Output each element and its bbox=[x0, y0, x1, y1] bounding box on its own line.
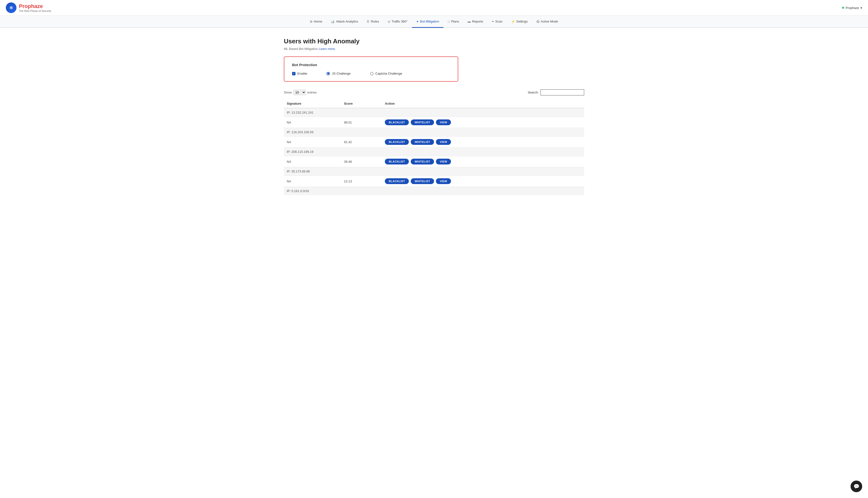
reports-icon: ▬ bbox=[468, 20, 471, 23]
logo-icon: ❄ bbox=[6, 2, 16, 13]
blacklist-button[interactable]: BLACKLIST bbox=[385, 119, 409, 125]
signature-cell: NA bbox=[284, 136, 341, 147]
signature-cell: NA bbox=[284, 176, 341, 187]
enable-label: Enable bbox=[298, 72, 307, 75]
js-challenge-label: JS Challenge bbox=[332, 72, 351, 75]
plans-icon: □ bbox=[448, 20, 449, 23]
logo-name: Prophaze bbox=[19, 3, 51, 10]
action-buttons: BLACKLIST WHITELIST VIEW bbox=[385, 139, 581, 145]
action-cell: BLACKLIST WHITELIST VIEW bbox=[382, 156, 584, 167]
active-mode-icon: ⏻ bbox=[537, 20, 539, 23]
nav-label-bot-mitigation: Bot Mitigation bbox=[420, 19, 439, 23]
brand-suffix: phaze bbox=[28, 3, 43, 9]
nav-item-home[interactable]: ⊞ Home bbox=[306, 16, 327, 28]
action-cell: BLACKLIST WHITELIST VIEW bbox=[382, 176, 584, 187]
attack-analytics-icon: 📊 bbox=[331, 20, 334, 23]
top-header: ❄ Prophaze The New Phase of Security Pro… bbox=[0, 0, 868, 16]
js-challenge-option[interactable]: JS Challenge bbox=[327, 72, 351, 75]
page-subtitle: ML Based Bot Mitigation Learn more. bbox=[284, 47, 584, 51]
score-cell: 99.01 bbox=[341, 117, 382, 128]
nav-label-plans: Plans bbox=[451, 19, 459, 23]
captcha-challenge-label: Captcha Challenge bbox=[376, 72, 402, 75]
whitelist-button[interactable]: WHITELIST bbox=[411, 119, 434, 125]
table-ip-row: IP: 5.161.0.0/16 bbox=[284, 187, 584, 195]
score-cell: 12.13 bbox=[341, 176, 382, 187]
blacklist-button[interactable]: BLACKLIST bbox=[385, 139, 409, 145]
search-label: Search: bbox=[528, 91, 539, 94]
nav-item-plans[interactable]: □ Plans bbox=[444, 16, 463, 28]
rules-icon: ☰ bbox=[367, 20, 369, 23]
nav-item-attack-analytics[interactable]: 📊 Attack Analytics bbox=[327, 16, 362, 28]
user-name: Prophaze bbox=[845, 6, 859, 10]
captcha-challenge-radio[interactable] bbox=[370, 72, 373, 75]
ip-cell: IP: 13.232.241.241 bbox=[284, 108, 584, 117]
settings-icon: ⚡ bbox=[511, 20, 515, 23]
brand-prefix: Pro bbox=[19, 3, 28, 9]
entries-select[interactable]: 10 25 50 100 bbox=[293, 90, 306, 95]
logo: ❄ Prophaze The New Phase of Security bbox=[6, 2, 51, 13]
nav-item-reports[interactable]: ▬ Reports bbox=[463, 16, 488, 28]
view-button[interactable]: VIEW bbox=[436, 139, 451, 145]
bot-protection-box: Bot Protection ✓ Enable JS Challenge Cap… bbox=[284, 56, 458, 82]
ip-cell: IP: 208.115.199.19 bbox=[284, 147, 584, 156]
view-button[interactable]: VIEW bbox=[436, 178, 451, 184]
col-action: Action bbox=[382, 99, 584, 108]
nav-item-settings[interactable]: ⚡ Settings bbox=[507, 16, 532, 28]
user-menu[interactable]: Prophaze ▾ bbox=[842, 6, 862, 10]
action-buttons: BLACKLIST WHITELIST VIEW bbox=[385, 119, 581, 125]
user-status-dot bbox=[842, 7, 844, 9]
action-cell: BLACKLIST WHITELIST VIEW bbox=[382, 136, 584, 147]
nav-label-settings: Settings bbox=[516, 19, 528, 23]
ip-cell: IP: 116.203.158.59 bbox=[284, 128, 584, 136]
nav-label-attack-analytics: Attack Analytics bbox=[336, 19, 358, 23]
nav-item-traffic-360[interactable]: ◎ Traffic 360° bbox=[383, 16, 412, 28]
captcha-challenge-option[interactable]: Captcha Challenge bbox=[370, 72, 402, 75]
col-signature: Signature bbox=[284, 99, 341, 108]
blacklist-button[interactable]: BLACKLIST bbox=[385, 159, 409, 165]
table-ip-row: IP: 208.115.199.19 bbox=[284, 147, 584, 156]
score-cell: 91.42 bbox=[341, 136, 382, 147]
enable-checkbox[interactable]: ✓ bbox=[292, 72, 295, 75]
learn-more-link[interactable]: Learn more. bbox=[319, 47, 336, 51]
table-row: NA 39.48 BLACKLIST WHITELIST VIEW bbox=[284, 156, 584, 167]
nav-label-traffic-360: Traffic 360° bbox=[392, 19, 408, 23]
table-ip-row: IP: 116.203.158.59 bbox=[284, 128, 584, 136]
nav-item-bot-mitigation[interactable]: ✦ Bot Mitigation bbox=[412, 16, 444, 28]
ip-cell: IP: 5.161.0.0/16 bbox=[284, 187, 584, 195]
logo-text: Prophaze The New Phase of Security bbox=[19, 3, 51, 12]
js-challenge-radio[interactable] bbox=[327, 72, 330, 75]
page-subtitle-text: ML Based Bot Mitigation bbox=[284, 47, 318, 51]
traffic-icon: ◎ bbox=[388, 20, 390, 23]
nav-label-scan: Scan bbox=[495, 19, 502, 23]
nav-bar: ⊞ Home 📊 Attack Analytics ☰ Rules ◎ Traf… bbox=[0, 16, 868, 28]
bot-mitigation-icon: ✦ bbox=[416, 20, 419, 23]
nav-label-rules: Rules bbox=[371, 19, 379, 23]
nav-item-active-mode[interactable]: ⏻ Active Mode bbox=[532, 16, 563, 28]
page-title: Users with High Anomaly bbox=[284, 38, 584, 45]
nav-item-rules[interactable]: ☰ Rules bbox=[362, 16, 383, 28]
logo-symbol: ❄ bbox=[9, 5, 13, 11]
enable-option[interactable]: ✓ Enable bbox=[292, 72, 307, 75]
view-button[interactable]: VIEW bbox=[436, 159, 451, 165]
whitelist-button[interactable]: WHITELIST bbox=[411, 159, 434, 165]
signature-cell: NA bbox=[284, 156, 341, 167]
search-input[interactable] bbox=[541, 89, 584, 95]
table-controls: Show 10 25 50 100 entries Search: bbox=[284, 89, 584, 95]
view-button[interactable]: VIEW bbox=[436, 119, 451, 125]
nav-item-scan[interactable]: •• Scan bbox=[488, 16, 507, 28]
home-icon: ⊞ bbox=[310, 20, 313, 23]
nav-label-active-mode: Active Mode bbox=[541, 19, 558, 23]
table-ip-row: IP: 35.173.69.86 bbox=[284, 167, 584, 176]
main-content: Users with High Anomaly ML Based Bot Mit… bbox=[264, 28, 604, 205]
data-table: Signature Score Action IP: 13.232.241.24… bbox=[284, 99, 584, 195]
dropdown-arrow: ▾ bbox=[860, 6, 862, 10]
ip-cell: IP: 35.173.69.86 bbox=[284, 167, 584, 176]
show-entries-control: Show 10 25 50 100 entries bbox=[284, 90, 317, 95]
whitelist-button[interactable]: WHITELIST bbox=[411, 139, 434, 145]
blacklist-button[interactable]: BLACKLIST bbox=[385, 178, 409, 184]
table-ip-row: IP: 13.232.241.241 bbox=[284, 108, 584, 117]
whitelist-button[interactable]: WHITELIST bbox=[411, 178, 434, 184]
score-cell: 39.48 bbox=[341, 156, 382, 167]
entries-label: entries bbox=[307, 91, 317, 94]
col-score: Score bbox=[341, 99, 382, 108]
